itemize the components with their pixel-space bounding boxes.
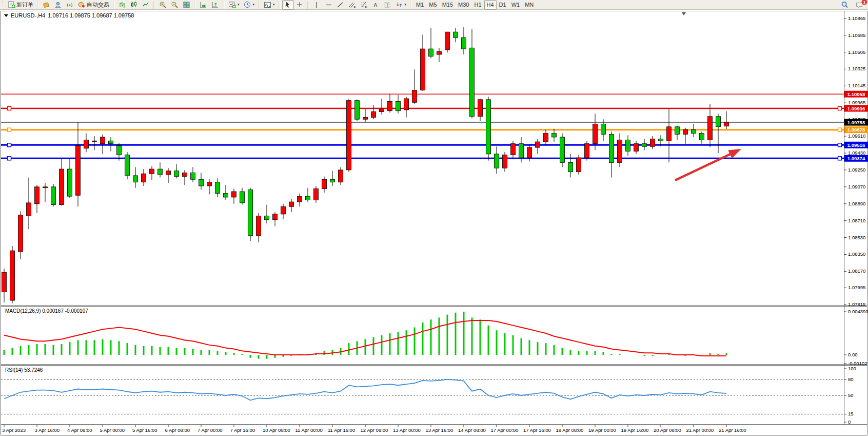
candle (298, 196, 302, 202)
candle (593, 124, 598, 143)
trendline-button[interactable] (334, 0, 346, 10)
chart-canvas[interactable]: 1.108651.106851.105051.103251.101451.099… (0, 0, 868, 436)
candle (273, 214, 278, 220)
date-label: 17 Apr 00:00 (491, 427, 519, 433)
price-line-axis-text: 1.09678 (847, 127, 865, 132)
price-tick-label: 1.08170 (848, 268, 865, 274)
notifications-button[interactable]: 1 (854, 0, 865, 10)
search-button[interactable] (839, 0, 851, 10)
cursor-button[interactable] (282, 0, 294, 10)
price-tick-label: 1.07995 (848, 285, 865, 290)
candle (568, 162, 573, 172)
label-button[interactable]: T (382, 0, 393, 10)
line-handle[interactable] (8, 157, 11, 160)
candle (174, 171, 179, 177)
toolbar-grip (3, 1, 5, 8)
trend-icon (337, 1, 344, 9)
price-tick-label: 1.09965 (848, 100, 865, 105)
line-handle[interactable] (8, 107, 11, 110)
tf-m15-button-label: M15 (442, 2, 453, 8)
tile-windows-button[interactable] (181, 0, 192, 10)
candle (183, 173, 187, 176)
profile-button[interactable] (52, 0, 64, 10)
bar-chart-type-button[interactable] (116, 0, 128, 10)
price-tick-label: 1.08890 (848, 201, 865, 206)
text-button[interactable]: A (370, 0, 382, 10)
periods-button[interactable]: ▾ (242, 0, 257, 10)
candle (322, 179, 327, 188)
line-handle[interactable] (838, 128, 842, 131)
line-handle[interactable] (8, 143, 11, 147)
line-handle[interactable] (838, 107, 842, 110)
candle (51, 187, 56, 205)
candle (363, 118, 368, 120)
indicators-button[interactable]: ▾ (262, 0, 277, 10)
candlestick-chart-type-button[interactable] (128, 0, 140, 10)
line-handle[interactable] (838, 157, 842, 160)
line-handle[interactable] (8, 128, 11, 131)
tf-mn-button[interactable]: MN (522, 0, 536, 10)
horizontal-line-button[interactable] (323, 0, 334, 10)
tf-h1-button-label: H1 (474, 2, 481, 8)
dropdown-arrow-icon[interactable]: ▾ (253, 3, 255, 7)
candle (429, 49, 433, 56)
auto-scroll-button[interactable] (198, 0, 209, 10)
dropdown-arrow-icon[interactable]: ▾ (273, 3, 275, 7)
price-tick-label: 1.09070 (848, 184, 865, 189)
chart-shift-button[interactable] (209, 0, 221, 10)
candle (544, 134, 548, 142)
price-tick-label: 1.10505 (848, 49, 865, 55)
tf-d1-button[interactable]: D1 (497, 0, 509, 10)
bar-type-icon (119, 1, 126, 9)
gold-box-icon-button[interactable] (41, 0, 52, 10)
zoom-out-button[interactable] (169, 0, 181, 10)
price-tick-label: 1.09610 (848, 133, 865, 139)
candle (10, 251, 15, 300)
candle (166, 171, 171, 175)
candle (692, 129, 696, 133)
candle (495, 154, 499, 168)
date-label: 13 Apr 16:00 (426, 427, 453, 433)
dropdown-arrow-icon[interactable]: ▾ (405, 3, 407, 7)
candle (675, 127, 680, 135)
tf-h4-button[interactable]: H4 (484, 0, 497, 10)
svg-text:E: E (353, 5, 356, 8)
tf-m30-button[interactable]: M30 (456, 0, 471, 10)
candle (191, 173, 195, 179)
candle (503, 155, 507, 168)
signals-button[interactable] (64, 0, 76, 10)
new-order-button[interactable]: 新订单 (6, 0, 35, 10)
new-order-button-label: 新订单 (16, 1, 33, 9)
candle (486, 100, 491, 154)
date-label: 3 Apr 2023 (2, 427, 26, 433)
svg-text:F: F (365, 5, 367, 8)
new-chart-button[interactable]: ▾ (226, 0, 242, 10)
auto-trading-button[interactable]: 自动交易 (76, 0, 111, 10)
crosshair-icon (296, 1, 304, 9)
candle (659, 139, 663, 141)
tf-m5-button[interactable]: M5 (426, 0, 439, 10)
line-chart-type-button[interactable] (140, 0, 152, 10)
toolbar-separator (307, 1, 309, 9)
date-label: 20 Apr 08:00 (654, 427, 681, 433)
candle (330, 179, 335, 182)
zoom-in-button[interactable] (157, 0, 169, 10)
vertical-line-button[interactable] (311, 0, 323, 10)
tf-h1-button[interactable]: H1 (471, 0, 484, 10)
tf-w1-button[interactable]: W1 (509, 0, 523, 10)
date-label: 4 Apr 08:00 (67, 427, 92, 433)
arrows-button[interactable]: ▾ (393, 0, 409, 10)
candle (609, 134, 614, 162)
crosshair-button[interactable] (294, 0, 306, 10)
toolbar-separator (410, 1, 412, 9)
candle (560, 137, 565, 162)
tf-m1-button[interactable]: M1 (413, 0, 426, 10)
candle (724, 122, 729, 126)
rsi-axis-label: 15 (848, 411, 854, 416)
line-handle[interactable] (838, 143, 842, 147)
dropdown-arrow-icon[interactable]: ▾ (238, 3, 240, 7)
equidistant-channel-button[interactable]: E (346, 0, 358, 10)
fibonacci-button[interactable]: F (358, 0, 370, 10)
tf-m15-button[interactable]: M15 (440, 0, 456, 10)
candle (585, 144, 589, 158)
